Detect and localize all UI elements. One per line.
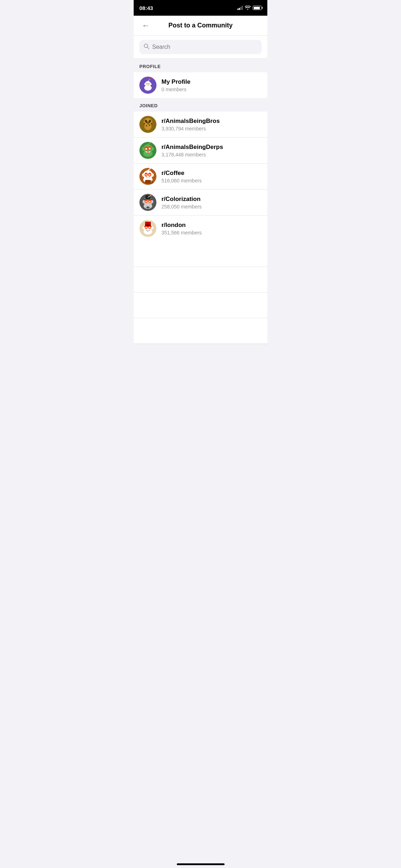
search-input[interactable]	[152, 44, 257, 50]
nav-bar: ← Post to a Community	[134, 16, 267, 36]
search-container	[134, 36, 267, 59]
coffee-info: r/Coffee 516,060 members	[161, 170, 262, 184]
joined-section-header: JOINED	[134, 98, 267, 112]
avatar-colorization	[139, 194, 156, 211]
animals-bros-name: r/AnimalsBeingBros	[161, 118, 262, 125]
joined-list: r/AnimalsBeingBros 3,930,794 members	[134, 112, 267, 241]
svg-point-26	[149, 122, 150, 122]
avatar-coffee	[139, 168, 156, 185]
colorization-name: r/Colorization	[161, 196, 262, 203]
list-item-coffee[interactable]: r/Coffee 516,060 members	[134, 164, 267, 190]
svg-point-49	[142, 173, 145, 177]
animals-derps-info: r/AnimalsBeingDerps 3,178,448 members	[161, 144, 262, 157]
search-icon	[144, 43, 149, 51]
svg-point-64	[143, 200, 145, 203]
empty-row-4	[134, 318, 267, 344]
svg-point-25	[146, 122, 147, 122]
avatar-london	[139, 220, 156, 237]
my-profile-members: 0 members	[161, 87, 262, 92]
avatar-animals-derps	[139, 142, 156, 159]
svg-point-80	[151, 226, 153, 229]
search-bar[interactable]	[139, 40, 262, 54]
svg-point-19	[151, 123, 152, 124]
london-info: r/london 351,566 members	[161, 222, 262, 236]
svg-point-77	[145, 227, 147, 228]
empty-row-2	[134, 267, 267, 293]
status-bar: 08:43	[134, 0, 267, 16]
svg-point-69	[144, 229, 152, 234]
list-item-my-profile[interactable]: My Profile 0 members	[134, 72, 267, 98]
svg-point-47	[145, 174, 147, 176]
london-name: r/london	[161, 222, 262, 229]
my-profile-name: My Profile	[161, 78, 262, 86]
svg-point-78	[149, 227, 150, 228]
back-button[interactable]: ←	[139, 19, 152, 32]
battery-icon	[253, 6, 262, 10]
signal-icon	[237, 6, 243, 10]
svg-point-62	[145, 201, 147, 202]
svg-line-1	[148, 47, 149, 49]
svg-point-37	[142, 147, 145, 151]
svg-point-18	[144, 123, 145, 124]
profile-section-label: PROFILE	[139, 64, 161, 69]
list-item-animals-derps[interactable]: r/AnimalsBeingDerps 3,178,448 members	[134, 138, 267, 164]
profile-section-header: PROFILE	[134, 59, 267, 72]
svg-point-8	[146, 83, 147, 84]
back-arrow-icon: ←	[142, 22, 150, 30]
list-item-colorization[interactable]: r/Colorization 258,050 members	[134, 190, 267, 216]
svg-point-20	[146, 125, 147, 126]
colorization-info: r/Colorization 258,050 members	[161, 196, 262, 210]
animals-bros-members: 3,930,794 members	[161, 126, 262, 131]
empty-row-3	[134, 293, 267, 318]
svg-point-63	[149, 201, 150, 202]
empty-row-1	[134, 241, 267, 267]
svg-point-3	[145, 81, 151, 87]
svg-point-48	[149, 174, 150, 176]
animals-derps-name: r/AnimalsBeingDerps	[161, 144, 262, 151]
empty-section	[134, 241, 267, 344]
avatar-animals-bros	[139, 116, 156, 133]
svg-point-10	[144, 83, 146, 85]
page-title: Post to a Community	[152, 22, 249, 29]
colorization-members: 258,050 members	[161, 204, 262, 210]
profile-avatar-icon	[141, 78, 155, 92]
svg-point-38	[151, 147, 154, 151]
list-item-animals-bros[interactable]: r/AnimalsBeingBros 3,930,794 members	[134, 112, 267, 138]
svg-point-35	[145, 148, 147, 150]
svg-point-9	[149, 83, 149, 84]
my-profile-info: My Profile 0 members	[161, 78, 262, 92]
svg-point-65	[151, 200, 153, 203]
status-icons	[237, 5, 262, 11]
avatar-my-profile	[139, 77, 156, 94]
svg-point-11	[150, 83, 151, 85]
joined-section-label: JOINED	[139, 103, 158, 108]
svg-point-27	[147, 123, 149, 124]
svg-point-66	[147, 207, 149, 208]
coffee-members: 516,060 members	[161, 178, 262, 184]
profile-list: My Profile 0 members	[134, 72, 267, 98]
list-item-london[interactable]: r/london 351,566 members	[134, 216, 267, 241]
london-members: 351,566 members	[161, 230, 262, 236]
animals-bros-info: r/AnimalsBeingBros 3,930,794 members	[161, 118, 262, 131]
svg-point-79	[143, 226, 145, 229]
status-time: 08:43	[139, 5, 153, 11]
svg-point-21	[149, 124, 150, 126]
wifi-icon	[245, 5, 251, 11]
svg-point-39	[147, 152, 149, 154]
svg-point-36	[149, 148, 151, 150]
animals-derps-members: 3,178,448 members	[161, 152, 262, 157]
svg-point-50	[151, 173, 154, 177]
svg-rect-51	[145, 180, 151, 184]
coffee-name: r/Coffee	[161, 170, 262, 177]
svg-point-12	[145, 87, 150, 91]
